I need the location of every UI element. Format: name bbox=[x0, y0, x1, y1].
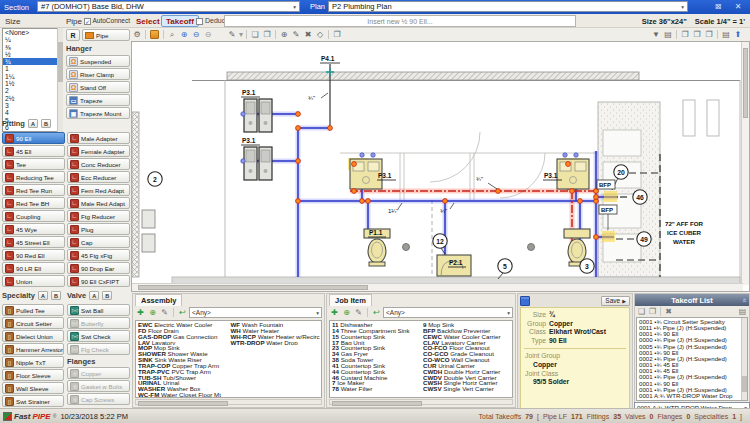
fitting-button[interactable]: ∟ Coupling bbox=[2, 210, 65, 222]
assembly-item[interactable]: WTR-DROP Water Drop bbox=[229, 340, 322, 346]
filter-icon[interactable]: ▼ bbox=[650, 29, 662, 40]
add-node-icon[interactable]: ⊕ bbox=[278, 29, 290, 40]
hanger-button[interactable]: Ω Stand Off bbox=[66, 81, 130, 93]
fitting-button[interactable]: ∟ Ecc Reducer bbox=[67, 171, 130, 183]
fitting-button[interactable]: ∟ 45 Street Ell bbox=[2, 236, 65, 248]
fitting-button[interactable]: ∟ Reducing Tee bbox=[2, 171, 65, 183]
specialty-button[interactable]: ▯ Nipple TxT bbox=[2, 356, 64, 368]
add-assembly-icon[interactable]: ✚ bbox=[135, 308, 146, 317]
size-option[interactable]: 1 bbox=[3, 65, 62, 72]
layout-2-icon[interactable]: ❐ bbox=[691, 29, 703, 40]
drawing-vertical-scrollbar[interactable] bbox=[741, 42, 749, 285]
export-icon[interactable]: ⬆ bbox=[732, 29, 744, 40]
highlight-color-icon[interactable] bbox=[150, 30, 159, 39]
valve-page-a-button[interactable]: A bbox=[89, 291, 99, 300]
plan-canvas[interactable]: 2 12 5 3 20 46 49 P4.1 P3.1 P3.1 P3.1 P3… bbox=[131, 41, 750, 292]
takeoff-row[interactable]: 0001 A:¾ WTR-DROP Water Drop bbox=[637, 399, 747, 401]
fitting-button[interactable]: ∟ Union bbox=[2, 275, 65, 287]
size-option[interactable]: <None> bbox=[3, 29, 62, 36]
hanger-button[interactable]: Ω Riser Clamp bbox=[66, 68, 130, 80]
size-option[interactable]: ¾ bbox=[3, 58, 62, 65]
section-dropdown[interactable]: #7 (DOMHOT) Base Bid, DHW ▾ bbox=[37, 1, 300, 12]
fitting-page-b-button[interactable]: B bbox=[41, 119, 51, 128]
copy-icon[interactable]: ❏ bbox=[249, 29, 261, 40]
specialty-button[interactable]: ▯ Hammer Arrestor bbox=[2, 343, 64, 355]
hanger-button[interactable]: Ω Suspended bbox=[66, 55, 130, 67]
pipe-size-list[interactable]: <None>¼⅜½¾11¼1½22½3456 bbox=[2, 28, 63, 132]
add-circle-icon[interactable]: ⊕ bbox=[147, 308, 158, 317]
fitting-button[interactable]: ∟ 45 Ftg xFtg bbox=[67, 249, 130, 261]
job-item-filter-dropdown[interactable]: <Any> ▾ bbox=[383, 307, 513, 318]
pencil-icon[interactable]: ✎ bbox=[226, 29, 238, 40]
autoconnect-checkbox[interactable]: ✓ AutoConnect bbox=[84, 17, 130, 25]
flange-button[interactable]: ◎ Gasket w Bolts bbox=[67, 380, 130, 392]
hanger-button[interactable]: ▣ Trapeze Mount bbox=[66, 107, 130, 119]
fitting-page-a-button[interactable]: A bbox=[28, 119, 38, 128]
size-option[interactable]: 2½ bbox=[3, 95, 62, 102]
zoom-in-icon[interactable]: ⊕ bbox=[178, 29, 190, 40]
eraser-icon[interactable]: ▤ bbox=[662, 29, 674, 40]
riser-toggle-button[interactable]: R bbox=[66, 29, 80, 41]
undo-icon[interactable]: ↩ bbox=[177, 308, 188, 317]
paste-takeoff-icon[interactable]: ❐ bbox=[647, 307, 658, 316]
fitting-button[interactable]: ∟ Red Tee BH bbox=[2, 197, 65, 209]
add-job-item-icon[interactable]: ✚ bbox=[329, 308, 340, 317]
assembly-scrollbar[interactable] bbox=[135, 399, 322, 405]
paste-icon[interactable]: ❐ bbox=[261, 29, 273, 40]
size-option[interactable]: 4 bbox=[3, 109, 62, 116]
size-option[interactable]: 3 bbox=[3, 102, 62, 109]
fitting-button[interactable]: ∟ Ftg Reducer bbox=[67, 210, 130, 222]
valve-button[interactable]: ▷◁ Swt Ball bbox=[67, 304, 130, 316]
size-option[interactable]: 1½ bbox=[3, 80, 62, 87]
save-button[interactable]: Save ▶ bbox=[601, 296, 630, 306]
select-mode-button[interactable]: Select bbox=[136, 17, 160, 26]
size-option[interactable]: ½ bbox=[3, 51, 62, 58]
fitting-button[interactable]: ∟ Tee bbox=[2, 158, 65, 170]
add-circle-icon[interactable]: ⊕ bbox=[341, 308, 352, 317]
fitting-button[interactable]: ∟ 90 Ell CxFIPT bbox=[67, 275, 130, 287]
fitting-button[interactable]: ∟ Plug bbox=[67, 223, 130, 235]
drawing-horizontal-scrollbar[interactable] bbox=[132, 283, 743, 291]
print-icon[interactable]: ▤ bbox=[720, 29, 732, 40]
specialty-page-b-button[interactable]: B bbox=[51, 291, 61, 300]
gear-icon[interactable]: ⚙ bbox=[131, 29, 143, 40]
deduct-checkbox[interactable]: Deduct bbox=[196, 17, 227, 25]
specialty-button[interactable]: ▯ Circuit Setter bbox=[2, 317, 64, 329]
size-option[interactable]: 1¼ bbox=[3, 73, 62, 80]
plan-dropdown[interactable]: P2 Plumbing Plan ▾ bbox=[328, 1, 688, 12]
hanger-button[interactable]: ▭ Trapeze bbox=[66, 94, 130, 106]
collapse-chevrons-icon[interactable]: « bbox=[739, 298, 748, 302]
fitting-button[interactable]: ∟ Female Adapter bbox=[67, 145, 130, 157]
pencil-dropdown-icon[interactable]: ▾ bbox=[238, 29, 244, 40]
diamond-icon[interactable]: ◇ bbox=[314, 29, 326, 40]
job-item-scrollbar[interactable] bbox=[329, 399, 513, 405]
flange-button[interactable]: ◎ Cap Screws bbox=[67, 393, 130, 405]
size-option[interactable]: ¼ bbox=[3, 36, 62, 43]
zoom-extents-icon[interactable]: ⊖ bbox=[202, 29, 214, 40]
edit-assembly-icon[interactable]: ✎ bbox=[159, 308, 170, 317]
fitting-button[interactable]: ∟ Red Tee Run bbox=[2, 184, 65, 196]
fitting-button[interactable]: ∟ Male Adapter bbox=[67, 132, 130, 144]
fitting-button[interactable]: ∟ 90 Drop Ear bbox=[67, 262, 130, 274]
plumbing-plan-drawing[interactable]: 2 12 5 3 20 46 49 P4.1 P3.1 P3.1 P3.1 P3… bbox=[132, 42, 743, 285]
fitting-button[interactable]: ∟ Cap bbox=[67, 236, 130, 248]
fitting-button[interactable]: ∟ Conc Reducer bbox=[67, 158, 130, 170]
window-icon[interactable]: ❐ bbox=[331, 29, 343, 40]
restore-window-icon[interactable]: ⊠ bbox=[710, 2, 726, 11]
fitting-button[interactable]: ∟ 45 Wye bbox=[2, 223, 65, 235]
specialty-button[interactable]: ▯ Pulled Tee bbox=[2, 304, 64, 316]
fitting-button[interactable]: ∟ 90 Red Ell bbox=[2, 249, 65, 261]
job-item[interactable]: 78 Water Filter bbox=[330, 386, 421, 392]
delete-takeoff-icon[interactable]: ✖ bbox=[663, 307, 674, 316]
valve-page-b-button[interactable]: B bbox=[102, 291, 112, 300]
copy-takeoff-icon[interactable]: ❏ bbox=[636, 307, 647, 316]
fitting-button[interactable]: ∟ 90 LR Ell bbox=[2, 262, 65, 274]
fitting-button[interactable]: ∟ 45 Ell bbox=[2, 145, 65, 157]
zoom-icon[interactable]: ⌕ bbox=[166, 29, 178, 40]
specialty-button[interactable]: ▯ Wall Sleeve bbox=[2, 382, 64, 394]
tab-assembly[interactable]: Assembly bbox=[135, 294, 182, 306]
takeoff-scrollbar[interactable] bbox=[741, 318, 747, 400]
valve-button[interactable]: ▷◁ Swt Check bbox=[67, 330, 130, 342]
job-item[interactable]: CWSV Single Vert Carrier bbox=[421, 386, 512, 392]
size-option[interactable]: ⅜ bbox=[3, 44, 62, 51]
